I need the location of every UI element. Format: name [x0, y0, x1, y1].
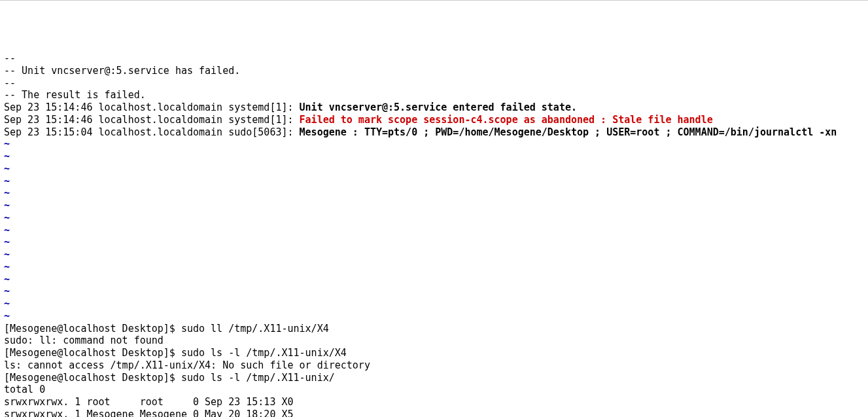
terminal-text-segment: ~ [4, 274, 10, 285]
terminal-text-segment: srwxrwxrwx. 1 Mesogene Mesogene 0 May 20… [4, 408, 294, 417]
terminal-text-segment: ~ [4, 200, 10, 211]
terminal-line: ~ [4, 249, 864, 261]
terminal-line: ~ [4, 212, 864, 225]
terminal-line: -- [4, 77, 864, 90]
terminal-text-segment: ~ [4, 175, 10, 187]
terminal-line: [Mesogene@localhost Desktop]$ sudo ll /t… [4, 323, 864, 335]
terminal-line: sudo: ll: command not found [4, 335, 864, 347]
terminal-line: ls: cannot access /tmp/.X11-unix/X4: No … [4, 359, 864, 372]
terminal-line: total 0 [4, 384, 864, 396]
terminal-line: ~ [4, 285, 864, 298]
terminal-line: -- The result is failed. [4, 89, 864, 101]
terminal-text-segment: Failed to mark scope session-c4.scope as… [300, 114, 713, 126]
terminal-text-segment: ~ [4, 310, 10, 322]
terminal-text-segment: ~ [4, 236, 10, 248]
terminal-line: -- Unit vncserver@:5.service has failed. [4, 65, 864, 77]
terminal-text-segment: ~ [4, 212, 10, 224]
terminal-text-segment: ~ [4, 285, 10, 297]
terminal-text-segment: ~ [4, 225, 10, 236]
terminal-text-segment: [Mesogene@localhost Desktop]$ sudo ls -l… [4, 372, 335, 384]
terminal-line: Sep 23 15:14:46 localhost.localdomain sy… [4, 101, 864, 114]
terminal-line: ~ [4, 151, 864, 163]
terminal-line: ~ [4, 310, 864, 323]
terminal-line: ~ [4, 175, 864, 188]
terminal-line: [Mesogene@localhost Desktop]$ sudo ls -l… [4, 372, 864, 384]
terminal-line: ~ [4, 274, 864, 286]
terminal-text-segment: ~ [4, 249, 10, 261]
terminal-line: ~ [4, 298, 864, 310]
terminal-text-segment: ~ [4, 261, 10, 273]
terminal-line: [Mesogene@localhost Desktop]$ sudo ls -l… [4, 347, 864, 359]
terminal-line: srwxrwxrwx. 1 Mesogene Mesogene 0 May 20… [4, 408, 864, 417]
terminal-text-segment: ~ [4, 163, 10, 175]
terminal-line: -- [4, 52, 864, 65]
terminal-line: ~ [4, 163, 864, 175]
terminal-text-segment: [Mesogene@localhost Desktop]$ sudo ll /t… [4, 323, 329, 335]
terminal-line: srwxrwxrwx. 1 root root 0 Sep 23 15:13 X… [4, 396, 864, 408]
terminal-output[interactable]: ---- Unit vncserver@:5.service has faile… [4, 52, 864, 417]
terminal-line: ~ [4, 187, 864, 200]
terminal-text-segment: ls: cannot access /tmp/.X11-unix/X4: No … [4, 359, 370, 371]
terminal-text-segment: [Mesogene@localhost Desktop]$ sudo ls -l… [4, 347, 347, 359]
terminal-text-segment: ~ [4, 187, 10, 199]
terminal-text-segment: Sep 23 15:14:46 localhost.localdomain sy… [4, 101, 300, 113]
terminal-text-segment: ~ [4, 138, 10, 150]
terminal-line: ~ [4, 225, 864, 237]
terminal-line: ~ [4, 236, 864, 249]
terminal-line: ~ [4, 200, 864, 212]
terminal-text-segment: Sep 23 15:14:46 localhost.localdomain sy… [4, 114, 300, 126]
terminal-text-segment: -- [4, 52, 16, 64]
terminal-line: ~ [4, 138, 864, 151]
terminal-text-segment: sudo: ll: command not found [4, 335, 164, 346]
terminal-text-segment: -- Unit vncserver@:5.service has failed. [4, 65, 240, 77]
terminal-text-segment: ~ [4, 151, 10, 162]
terminal-line: ~ [4, 261, 864, 274]
terminal-text-segment: Mesogene : TTY=pts/0 ; PWD=/home/Mesogen… [300, 126, 837, 138]
terminal-text-segment: ~ [4, 298, 10, 310]
terminal-text-segment: -- The result is failed. [4, 89, 146, 101]
terminal-text-segment: srwxrwxrwx. 1 root root 0 Sep 23 15:13 X… [4, 396, 294, 408]
terminal-line: Sep 23 15:15:04 localhost.localdomain su… [4, 126, 864, 139]
terminal-text-segment: Sep 23 15:15:04 localhost.localdomain su… [4, 126, 300, 138]
terminal-line: Sep 23 15:14:46 localhost.localdomain sy… [4, 114, 864, 126]
terminal-text-segment: -- [4, 77, 16, 89]
terminal-text-segment: total 0 [4, 384, 45, 395]
terminal-text-segment: Unit vncserver@:5.service entered failed… [300, 101, 577, 113]
